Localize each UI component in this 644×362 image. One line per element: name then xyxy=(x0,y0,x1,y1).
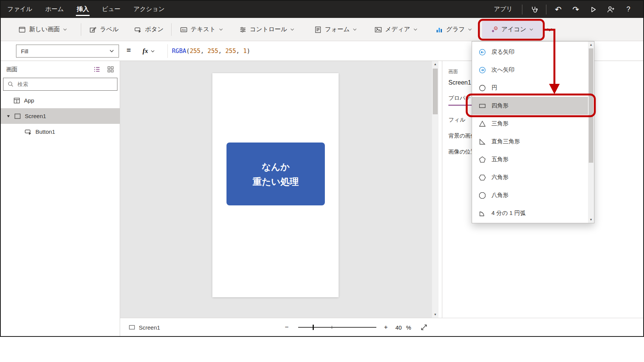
selected-name: Screen1 xyxy=(448,79,471,86)
canvas-scrollbar[interactable]: ▲ ▼ xyxy=(432,61,438,318)
status-screen-chip[interactable]: Screen1 xyxy=(128,318,160,336)
tree-item-button1[interactable]: Button1 xyxy=(1,124,120,139)
circle-icon xyxy=(479,84,486,92)
search-input[interactable] xyxy=(18,81,113,87)
expander-icon[interactable] xyxy=(6,114,10,118)
formula-token: , xyxy=(236,48,243,54)
help-icon[interactable]: ? xyxy=(620,1,637,18)
icon-menu-item-label: 三角形 xyxy=(491,120,509,127)
app-icon xyxy=(13,97,21,104)
zoom-slider-thumb[interactable] xyxy=(313,325,314,330)
scrollbar-thumb[interactable] xyxy=(433,69,438,114)
scroll-up-icon[interactable]: ▲ xyxy=(588,42,594,48)
back-arrow-icon xyxy=(479,48,486,56)
icon-menu-item-hexagon[interactable]: 六角形 xyxy=(472,168,588,186)
tree-item-label: Screen1 xyxy=(25,113,46,119)
screens-panel: 画面 App Screen1 xyxy=(1,61,120,336)
divider xyxy=(81,23,81,36)
chevron-down-icon xyxy=(109,50,114,53)
share-icon[interactable] xyxy=(602,1,620,18)
ribbon-overflow-button[interactable] xyxy=(545,21,554,38)
zoom-in-button[interactable]: + xyxy=(384,318,388,336)
fit-to-window-icon[interactable] xyxy=(420,318,428,336)
scroll-down-icon[interactable]: ▼ xyxy=(588,216,594,223)
screens-tree: App Screen1 Button1 xyxy=(1,93,120,139)
scroll-down-icon[interactable]: ▼ xyxy=(432,311,438,318)
icon-menu-scrollbar[interactable]: ▲ ▼ xyxy=(588,42,594,223)
ribbon-text-button[interactable]: Abc テキスト xyxy=(176,21,227,38)
ribbon-button-label: フォーム xyxy=(325,26,350,34)
formula-token: 255 xyxy=(190,48,201,54)
icon-menu-item-triangle[interactable]: 三角形 xyxy=(472,115,588,133)
icon-menu-item-right-triangle[interactable]: 直角三角形 xyxy=(472,133,588,151)
new-screen-icon xyxy=(18,26,26,34)
fx-dropdown[interactable]: fx xyxy=(143,45,155,58)
formula-token: , xyxy=(218,48,225,54)
screens-panel-title: 画面 xyxy=(6,66,18,73)
ribbon-button-button[interactable]: ボタン xyxy=(130,21,167,38)
property-selector-value: Fill xyxy=(21,48,28,54)
chevron-down-icon xyxy=(529,28,533,31)
divider xyxy=(171,23,172,36)
formula-token: ) xyxy=(247,48,250,54)
ribbon-new-screen-button[interactable]: 新しい画面 xyxy=(14,21,71,38)
play-icon[interactable] xyxy=(585,1,602,18)
divider xyxy=(167,44,168,58)
status-screen-label: Screen1 xyxy=(139,324,160,331)
ribbon-button-label: コントロール xyxy=(250,26,287,34)
icon-menu-item-octagon[interactable]: 八角形 xyxy=(472,186,588,204)
ribbon-chart-button[interactable]: グラフ xyxy=(432,21,476,38)
tree-item-app[interactable]: App xyxy=(1,93,120,108)
menu-file[interactable]: ファイル xyxy=(1,1,39,18)
menu-action[interactable]: アクション xyxy=(127,1,171,18)
zoom-slider[interactable] xyxy=(298,327,376,328)
property-selector[interactable]: Fill xyxy=(16,45,119,58)
undo-icon[interactable]: ↶ xyxy=(549,1,567,18)
tree-item-screen1[interactable]: Screen1 xyxy=(1,108,120,124)
menu-insert[interactable]: 挿入 xyxy=(70,1,95,18)
formula-input[interactable]: RGBA(255, 255, 255, 1) xyxy=(172,41,250,61)
icon-menu-item-quarter-arc[interactable]: 4 分の 1 円弧 xyxy=(472,204,588,222)
icon-menu-item-label: 円 xyxy=(491,84,497,91)
zoom-unit: % xyxy=(406,318,411,336)
icon-menu-item-circle[interactable]: 円 xyxy=(472,79,588,97)
ribbon-media-button[interactable]: メディア xyxy=(371,21,421,38)
icon-menu-item-label: 4 分の 1 円弧 xyxy=(491,210,526,217)
icon-menu: 戻る矢印 次へ矢印 円 四角形 三角形 直角三角形 五角形 六角形 xyxy=(472,41,594,223)
ribbon-form-button[interactable]: フォーム xyxy=(310,21,361,38)
pentagon-icon xyxy=(479,156,486,163)
screen-icon xyxy=(128,324,135,331)
zoom-out-button[interactable]: − xyxy=(285,318,289,336)
search-box[interactable] xyxy=(3,78,117,91)
menu-app[interactable]: アプリ xyxy=(487,1,519,18)
triangle-icon xyxy=(479,120,486,128)
chevron-down-icon xyxy=(290,28,294,31)
icon-menu-item-rectangle[interactable]: 四角形 xyxy=(472,97,588,115)
svg-text:Abc: Abc xyxy=(181,28,186,31)
scroll-up-icon[interactable]: ▲ xyxy=(432,61,438,67)
canvas-button[interactable]: なんか 重たい処理 xyxy=(226,143,325,205)
ribbon: 新しい画面 ラベル ボタン Abc テキスト コントロール フォーム xyxy=(1,18,643,41)
ribbon-label-button[interactable]: ラベル xyxy=(85,21,122,38)
icon-menu-item-next-arrow[interactable]: 次へ矢印 xyxy=(472,61,588,79)
icon-menu-item-label: 次へ矢印 xyxy=(491,66,514,74)
app-checker-icon[interactable] xyxy=(525,1,543,18)
media-icon xyxy=(374,26,382,34)
ribbon-button-label: アイコン xyxy=(501,26,527,34)
menu-view[interactable]: ビュー xyxy=(95,1,127,18)
thumbnail-view-icon[interactable] xyxy=(106,65,115,74)
canvas-area[interactable]: なんか 重たい処理 xyxy=(120,61,438,318)
ribbon-control-button[interactable]: コントロール xyxy=(235,21,298,38)
tree-view-icon[interactable] xyxy=(92,65,101,74)
ribbon-icons-button[interactable]: アイコン xyxy=(482,21,542,38)
zoom-slider-tick xyxy=(332,326,332,329)
icon-menu-item-label: 六角形 xyxy=(491,174,509,181)
icon-menu-item-back-arrow[interactable]: 戻る矢印 xyxy=(472,43,588,61)
redo-icon[interactable]: ↷ xyxy=(567,1,585,18)
chevron-down-icon xyxy=(151,50,155,53)
icon-menu-item-pentagon[interactable]: 五角形 xyxy=(472,151,588,168)
property-row-fill[interactable]: フィル xyxy=(448,116,466,123)
scrollbar-thumb[interactable] xyxy=(589,48,593,163)
screen-artboard[interactable]: なんか 重たい処理 xyxy=(212,73,339,297)
menu-home[interactable]: ホーム xyxy=(39,1,71,18)
